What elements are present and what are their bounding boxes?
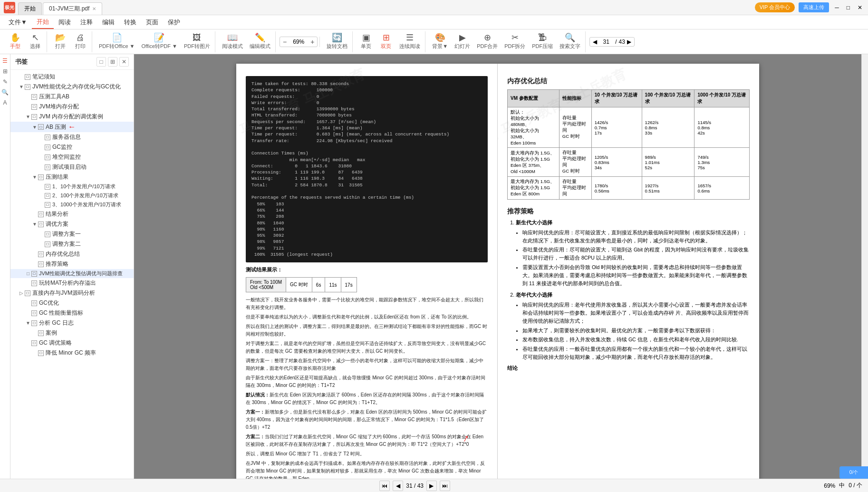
- text-extract-icon[interactable]: A: [0, 98, 10, 107]
- terminal-output: Time taken for tests: 80.338 seconds Com…: [246, 76, 488, 262]
- annotation-icon[interactable]: ✎: [0, 77, 10, 87]
- sidebar-item-ab-test[interactable]: ▼ □ AB 压测 ←: [10, 122, 134, 132]
- print-btn[interactable]: 🖨 打印: [71, 31, 90, 52]
- next-page-icon[interactable]: ▶: [627, 39, 631, 45]
- pdf-compress-btn[interactable]: 🗜 PDF压缩: [529, 31, 556, 52]
- sidebar-item-heap-monitor[interactable]: □ 堆空间监控: [10, 152, 134, 162]
- pdf-double-page: 马士兵教育 马士兵教育 马士兵教育 Time taken for tests: …: [236, 64, 759, 482]
- office-to-pdf-btn[interactable]: 📝 Office转PDF ▼: [138, 31, 180, 52]
- pdf-area[interactable]: 马士兵教育 马士兵教育 马士兵教育 Time taken for tests: …: [134, 54, 861, 492]
- window-maximize[interactable]: □: [845, 4, 852, 11]
- sidebar-item-minor-gc[interactable]: □ 降低 Minor GC 频率: [10, 348, 134, 358]
- sidebar-item-jvm-predict[interactable]: □ □ JVM性能调优之预估调优与问题排查: [10, 269, 134, 278]
- read-mode-btn[interactable]: 📖 阅读模式: [219, 31, 246, 52]
- last-page-btn[interactable]: ⏭: [440, 481, 450, 491]
- select-tool-btn[interactable]: ↖ 选择: [26, 31, 45, 52]
- sidebar-item-gc-case[interactable]: □ 案例: [10, 328, 134, 338]
- sidebar-item-jvm-perf[interactable]: ▼ □ JVM性能优化之内存优化与GC优化: [10, 82, 134, 92]
- sidebar-item-recommend[interactable]: □ 推荐策略: [10, 259, 134, 269]
- total-pages: 43: [619, 39, 625, 45]
- sidebar-title: 书签: [15, 58, 28, 66]
- sidebar-item-mem-case[interactable]: ▼ □ JVM 内存分配的调优案例: [10, 112, 134, 122]
- sidebar-item-mat[interactable]: □ 玩转MAT分析内存溢出: [10, 278, 134, 288]
- tab-start[interactable]: 开始: [18, 2, 42, 15]
- sidebar-item-gc-strategy[interactable]: □ GC 调优策略: [10, 338, 134, 348]
- first-page-btn[interactable]: ⏮: [379, 481, 390, 491]
- search-text-btn[interactable]: 🔍 搜索文字: [557, 31, 583, 52]
- menu-protect[interactable]: 保护: [163, 16, 185, 29]
- sidebar-close-btn[interactable]: ✕: [119, 57, 129, 67]
- continuous-read-btn[interactable]: ☰ 连续阅读: [396, 31, 423, 52]
- menu-file[interactable]: 文件▼: [4, 16, 32, 29]
- tab-start-label: 开始: [24, 5, 36, 13]
- slideshow-btn[interactable]: ▶ 幻灯片: [452, 31, 473, 52]
- upload-button[interactable]: 高速上传: [799, 2, 829, 12]
- double-page-btn[interactable]: ⊞ 双页: [376, 31, 395, 52]
- prev-page-btn[interactable]: ◀: [393, 481, 403, 491]
- tool-group-pages: ▣ 单页 ⊞ 双页 ☰ 连续阅读: [355, 31, 425, 52]
- background-btn[interactable]: 🎨 背景▼: [429, 31, 451, 52]
- sidebar-item-test-result[interactable]: ▼ □ 压测结果: [10, 172, 134, 182]
- zoom-input[interactable]: [289, 39, 309, 45]
- sidebar-item-100user[interactable]: □ 2、100个并发用户/10万请求: [10, 191, 134, 200]
- bookmark-icon[interactable]: ☰: [0, 56, 10, 66]
- window-minimize[interactable]: ─: [833, 4, 841, 11]
- sidebar-item-10user[interactable]: □ 1、10个并发用户/10万请求: [10, 182, 134, 191]
- prev-page-icon[interactable]: ◀: [593, 39, 597, 45]
- tab-pdf-close[interactable]: ✕: [92, 6, 96, 11]
- sidebar-item-test-start[interactable]: □ 测试项目启动: [10, 162, 134, 172]
- menu-edit[interactable]: 编辑: [97, 16, 119, 29]
- sidebar-item-ab-tool[interactable]: □ 压测工具AB: [10, 92, 134, 102]
- sidebar-item-gc-opt[interactable]: □ GC优化: [10, 298, 134, 308]
- zoom-level-display: 69%: [824, 482, 835, 489]
- sidebar-item-gc-metrics[interactable]: □ GC 性能衡量指标: [10, 308, 134, 318]
- open-btn[interactable]: 📂 打开: [51, 31, 70, 52]
- sidebar-item-result-analysis[interactable]: □ 结果分析: [10, 209, 134, 219]
- menu-read[interactable]: 阅读: [54, 16, 76, 29]
- sidebar-item-tuning-plan[interactable]: ▼ □ 调优方案: [10, 219, 134, 229]
- print-label: 打印: [75, 43, 86, 50]
- pdf-split-btn[interactable]: ✂ PDF拆分: [502, 31, 528, 52]
- chat-widget[interactable]: 0/个: [839, 466, 868, 479]
- thumbnail-icon[interactable]: ⊞: [0, 67, 10, 76]
- search-sidebar-icon[interactable]: 🔍: [0, 87, 10, 97]
- menu-page[interactable]: 页面: [141, 16, 163, 29]
- pdf-merge-btn[interactable]: ⊕ PDF合并: [474, 31, 501, 52]
- tab-pdf[interactable]: 01-JVM三期.pdf ✕: [43, 2, 102, 15]
- page-number-input[interactable]: [599, 39, 613, 45]
- search-text-label: 搜索文字: [559, 43, 580, 50]
- single-page-btn[interactable]: ▣ 单页: [357, 31, 376, 52]
- pdf-to-img-btn[interactable]: 🖼 PDF转图片: [181, 31, 213, 52]
- sidebar-item-server-info[interactable]: □ 服务器信息: [10, 132, 134, 142]
- pdf-to-office-btn[interactable]: 📄 PDF转Office ▼: [96, 31, 137, 52]
- next-page-nav-btn[interactable]: ▶: [426, 481, 437, 491]
- right-scrollbar[interactable]: [861, 54, 868, 492]
- rotate-btn[interactable]: 🔄 旋转文档: [324, 31, 350, 52]
- sidebar-item-gc-log[interactable]: ▼ □ 分析 GC 日志: [10, 318, 134, 328]
- slideshow-icon: ▶: [459, 33, 466, 42]
- hand-tool-btn[interactable]: ✋ 手型: [6, 31, 25, 52]
- menu-start[interactable]: 开始: [32, 16, 54, 29]
- zoom-control: − +: [280, 37, 318, 47]
- zoom-in-btn[interactable]: +: [309, 38, 315, 46]
- sidebar-item-plan2[interactable]: □ 调整方案二: [10, 239, 134, 249]
- menu-convert[interactable]: 转换: [119, 16, 141, 29]
- pdf-to-office-icon: 📄: [112, 33, 122, 42]
- menu-annotate[interactable]: 注释: [76, 16, 97, 29]
- member-button[interactable]: VIP 会员中心: [755, 2, 795, 12]
- read-mode-label: 阅读模式: [222, 43, 243, 50]
- sidebar-item-gc-monitor[interactable]: □ GC监控: [10, 142, 134, 152]
- sidebar-item-heap[interactable]: □ JVM堆内存分配: [10, 102, 134, 112]
- edit-mode-btn[interactable]: ✏️ 编辑模式: [247, 31, 273, 52]
- sidebar-expand-btn[interactable]: ⊞: [108, 57, 117, 67]
- sidebar-item-1000user[interactable]: □ 3、1000个并发用户/10万请求: [10, 200, 134, 209]
- sidebar-item-direct-mem[interactable]: ▷ □ 直接内存与JVM源码分析: [10, 288, 134, 298]
- window-close[interactable]: ✕: [856, 4, 864, 11]
- strategy-young-point-2: 吞吐量优先的应用：尽可能的设置大，可能到达 Gbit 的程度，因为对响应时间没有…: [522, 246, 750, 262]
- sidebar-item-notes[interactable]: □ 笔记须知: [10, 72, 134, 82]
- sidebar-collapse-btn[interactable]: □: [96, 57, 106, 67]
- sidebar-item-mem-summary[interactable]: □ 内存优化总结: [10, 249, 134, 259]
- menu-bar: 文件▼ 开始 阅读 注释 编辑 转换 页面 保护: [0, 15, 868, 29]
- zoom-out-btn[interactable]: −: [282, 38, 288, 46]
- sidebar-item-plan1[interactable]: □ 调整方案一: [10, 229, 134, 239]
